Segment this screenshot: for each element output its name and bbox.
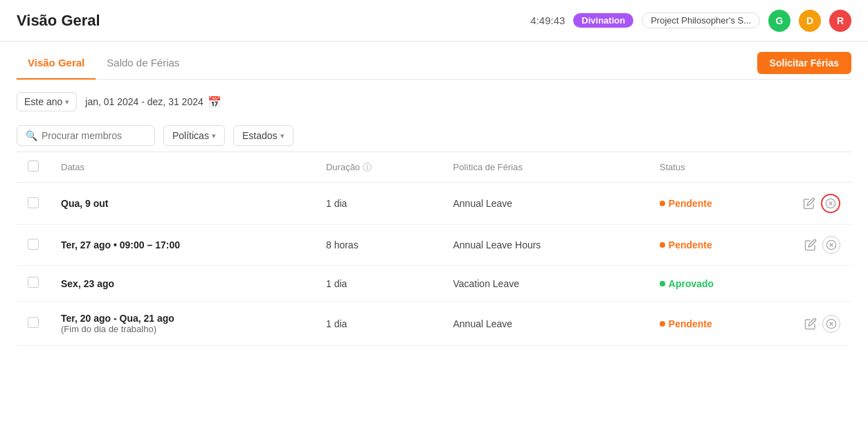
calendar-icon[interactable]: 📅: [208, 95, 221, 109]
row-checkbox-cell: [17, 183, 50, 225]
avatar-red[interactable]: R: [829, 10, 851, 32]
table-row: Ter, 27 ago • 09:00 – 17:008 horasAnnual…: [17, 225, 851, 266]
header-duracao: Duração ⓘ: [315, 152, 442, 183]
row-date: Sex, 23 ago: [50, 266, 315, 302]
row-actions: [792, 183, 851, 225]
status-dot-icon: [660, 242, 665, 248]
tabs-bar: Visão Geral Saldo de Férias Solicitar Fé…: [17, 42, 851, 80]
status-dot-icon: [660, 281, 665, 286]
select-all-checkbox[interactable]: [28, 161, 39, 172]
cancel-icon[interactable]: [821, 194, 840, 213]
row-checkbox[interactable]: [28, 197, 39, 208]
table-body: Qua, 9 out1 diaAnnual LeavePendenteTer, …: [17, 183, 851, 346]
edit-icon[interactable]: [803, 197, 815, 210]
row-date-main: Qua, 9 out: [61, 198, 304, 209]
table-row: Ter, 20 ago - Qua, 21 ago(Fim do dia de …: [17, 302, 851, 346]
status-badge: Pendente: [660, 239, 781, 250]
row-duration: 1 dia: [315, 302, 442, 346]
edit-icon[interactable]: [804, 239, 817, 251]
header-dates: Datas: [50, 152, 315, 183]
row-date-sub: (Fim do dia de trabalho): [61, 324, 304, 334]
status-dot-icon: [660, 321, 665, 327]
badge-project[interactable]: Project Philosopher's S...: [642, 12, 760, 28]
leave-table: Datas Duração ⓘ Política de Férias Statu…: [17, 152, 851, 346]
status-dot-icon: [660, 201, 665, 206]
search-input[interactable]: [42, 130, 146, 141]
row-actions: [792, 302, 851, 346]
search-filter-row: 🔍 Políticas ▾ Estados ▾: [17, 118, 851, 152]
header-actions: [792, 152, 851, 183]
row-policy: Annual Leave Hours: [442, 225, 649, 266]
estados-filter-button[interactable]: Estados ▾: [233, 125, 293, 146]
table-row: Qua, 9 out1 diaAnnual LeavePendente: [17, 183, 851, 225]
row-date: Ter, 27 ago • 09:00 – 17:00: [50, 225, 315, 266]
duracao-info-icon: ⓘ: [363, 162, 372, 172]
page-title: Visão Geral: [17, 12, 100, 30]
header-time: 4:49:43: [530, 15, 565, 26]
politicas-filter-button[interactable]: Políticas ▾: [163, 125, 225, 146]
solicitar-ferias-button[interactable]: Solicitar Férias: [757, 52, 851, 74]
row-checkbox[interactable]: [28, 277, 39, 288]
year-filter-label: Este ano: [24, 96, 62, 107]
row-status: Pendente: [649, 183, 792, 225]
tab-list: Visão Geral Saldo de Férias: [17, 47, 190, 79]
main-content: Visão Geral Saldo de Férias Solicitar Fé…: [0, 42, 868, 438]
badge-divination[interactable]: Divination: [573, 13, 633, 28]
header-status: Status: [649, 152, 792, 183]
filters-row: Este ano ▾ jan, 01 2024 - dez, 31 2024 📅: [17, 80, 851, 118]
year-filter-dropdown[interactable]: Este ano ▾: [17, 92, 77, 111]
avatar-green[interactable]: G: [768, 10, 790, 32]
row-date-main: Sex, 23 ago: [61, 278, 304, 289]
row-date-main: Ter, 27 ago • 09:00 – 17:00: [61, 239, 304, 250]
row-policy: Annual Leave: [442, 183, 649, 225]
table-header: Datas Duração ⓘ Política de Férias Statu…: [17, 152, 851, 183]
status-badge: Pendente: [660, 198, 781, 209]
row-checkbox-cell: [17, 266, 50, 302]
action-icons-group: [803, 236, 840, 254]
cancel-icon[interactable]: [822, 236, 840, 254]
row-duration: 1 dia: [315, 183, 442, 225]
table-row: Sex, 23 ago1 diaVacation LeaveAprovado: [17, 266, 851, 302]
chevron-down-icon: ▾: [212, 131, 216, 140]
row-policy: Annual Leave: [442, 302, 649, 346]
row-actions: [792, 266, 851, 302]
action-icons-group: [803, 194, 840, 213]
row-date-main: Ter, 20 ago - Qua, 21 ago: [61, 313, 304, 324]
row-duration: 1 dia: [315, 266, 442, 302]
cancel-icon[interactable]: [822, 315, 840, 333]
chevron-down-icon: ▾: [280, 131, 284, 140]
tab-saldo-ferias[interactable]: Saldo de Férias: [96, 47, 190, 80]
politicas-label: Políticas: [172, 130, 209, 141]
header-checkbox-cell: [17, 152, 50, 183]
row-checkbox[interactable]: [28, 239, 39, 250]
app-header: Visão Geral 4:49:43 Divination Project P…: [0, 0, 868, 42]
status-badge: Pendente: [660, 318, 781, 329]
tab-visao-geral[interactable]: Visão Geral: [17, 47, 96, 80]
status-badge: Aprovado: [660, 278, 781, 289]
row-policy: Vacation Leave: [442, 266, 649, 302]
row-status: Aprovado: [649, 266, 792, 302]
date-range-display: jan, 01 2024 - dez, 31 2024 📅: [85, 95, 221, 109]
row-status: Pendente: [649, 225, 792, 266]
row-checkbox[interactable]: [28, 317, 39, 328]
row-date: Ter, 20 ago - Qua, 21 ago(Fim do dia de …: [50, 302, 315, 346]
edit-icon[interactable]: [804, 318, 817, 330]
header-politica: Política de Férias: [442, 152, 649, 183]
action-icons-group: [803, 315, 840, 333]
estados-label: Estados: [242, 130, 278, 141]
row-duration: 8 horas: [315, 225, 442, 266]
row-checkbox-cell: [17, 225, 50, 266]
row-actions: [792, 225, 851, 266]
search-box: 🔍: [17, 125, 155, 146]
chevron-down-icon: ▾: [65, 98, 69, 107]
date-range-text: jan, 01 2024 - dez, 31 2024: [85, 96, 203, 107]
avatar-yellow[interactable]: D: [799, 10, 821, 32]
row-status: Pendente: [649, 302, 792, 346]
header-right-section: 4:49:43 Divination Project Philosopher's…: [530, 10, 851, 32]
row-date: Qua, 9 out: [50, 183, 315, 225]
search-icon: 🔍: [26, 130, 37, 141]
row-checkbox-cell: [17, 302, 50, 346]
